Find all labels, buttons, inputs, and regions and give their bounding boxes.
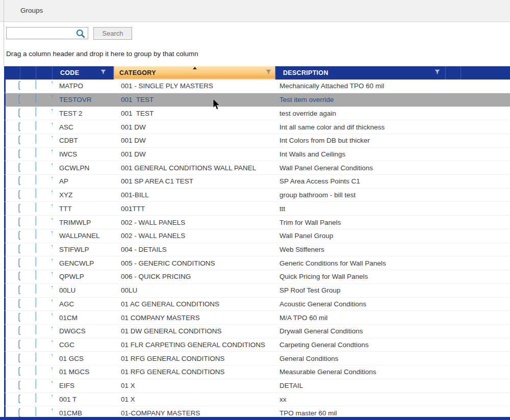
table-row[interactable]: 00LU 00LU SP Roof Test Group xyxy=(4,284,510,298)
table-row[interactable]: GCWLPN 001 GENERAL CONDITIONS WALL PANEL… xyxy=(4,161,510,175)
description-cell[interactable]: Trim for Wall Panels xyxy=(275,219,446,226)
description-cell[interactable]: Drywall General Conditions xyxy=(275,327,446,335)
code-cell[interactable]: AP xyxy=(53,177,114,185)
table-row[interactable]: CGC 01 FLR CARPETING GENERAL CONDITIONS … xyxy=(4,338,510,352)
table-row[interactable]: CDBT 001 DW Int Colors from DB but thick… xyxy=(4,134,510,148)
description-cell[interactable]: M/A TPO 60 mil xyxy=(275,314,446,322)
table-row[interactable]: AGC 01 AC GENERAL CONDITIONS Acoustic Ge… xyxy=(4,298,510,311)
description-cell[interactable]: Carpeting General Condtions xyxy=(275,341,446,349)
category-cell[interactable]: 01 X xyxy=(114,382,275,389)
code-cell[interactable]: MATPO xyxy=(53,82,114,90)
code-cell[interactable]: IWCS xyxy=(53,150,114,158)
category-cell[interactable]: 006 - QUICK PRICING xyxy=(114,273,275,280)
code-cell[interactable]: WALLPANEL xyxy=(53,232,114,240)
description-cell[interactable]: group bathroom - bill test xyxy=(275,191,446,199)
table-row[interactable]: IWCS 001 DW Int Walls and Ceilings xyxy=(4,148,510,162)
table-row[interactable]: EIFS 01 X DETAIL xyxy=(4,379,510,393)
category-cell[interactable]: 01 AC GENERAL CONDITIONS xyxy=(114,300,275,308)
code-cell[interactable]: GENCWLP xyxy=(53,259,114,267)
code-cell[interactable]: 01CM xyxy=(53,314,114,322)
table-row[interactable]: TEST 2 001 TEST test override again xyxy=(4,107,510,120)
column-header-description[interactable]: DESCRIPTION xyxy=(275,66,446,80)
table-row[interactable]: GENCWLP 005 - GENERIC CONDITIONS Generic… xyxy=(4,256,510,270)
code-cell[interactable]: EIFS xyxy=(53,382,114,389)
description-cell[interactable]: General Conditions xyxy=(275,355,446,362)
description-cell[interactable]: Quick Pricing for Wall Panels xyxy=(275,273,446,280)
table-row[interactable]: 01 GCS 01 RFG GENERAL CONDITIONS General… xyxy=(4,352,510,365)
description-cell[interactable]: test override again xyxy=(275,110,446,117)
code-cell[interactable]: AGC xyxy=(53,300,114,308)
table-row[interactable]: 01CM 01 COMPANY MASTERS M/A TPO 60 mil xyxy=(4,311,510,325)
table-row[interactable]: XYZ 001-BILL group bathroom - bill test xyxy=(4,189,510,202)
filter-icon[interactable] xyxy=(266,69,271,76)
column-header-code[interactable]: CODE xyxy=(53,66,114,80)
description-cell[interactable]: SP Area Access Points C1 xyxy=(275,177,446,185)
code-cell[interactable]: GCWLPN xyxy=(53,164,114,172)
category-cell[interactable]: 001 DW xyxy=(114,150,275,158)
code-cell[interactable]: QPWLP xyxy=(53,273,114,280)
category-cell[interactable]: 001 - SINGLE PLY MASTERS xyxy=(114,82,275,90)
description-cell[interactable]: Wall Panel Group xyxy=(275,232,446,240)
description-cell[interactable]: ttt xyxy=(275,205,446,213)
table-row[interactable]: 01 MGCS 01 RFG GENERAL CONDITIONS Measur… xyxy=(4,365,510,379)
table-row[interactable]: WALLPANEL 002 - WALL PANELS Wall Panel G… xyxy=(4,229,510,243)
code-cell[interactable]: DWGCS xyxy=(53,327,114,335)
code-cell[interactable]: XYZ xyxy=(53,191,114,199)
filter-icon[interactable] xyxy=(100,69,106,76)
table-row[interactable]: AP 001 SP AREA C1 TEST SP Area Access Po… xyxy=(4,175,510,189)
description-cell[interactable]: Int all same color and dif thickness xyxy=(275,123,446,131)
category-cell[interactable]: 01 RFG GENERAL CONDITIONS xyxy=(114,368,275,376)
description-cell[interactable]: Web Stiffeners xyxy=(275,246,446,253)
category-cell[interactable]: 001 DW xyxy=(114,137,275,144)
description-cell[interactable]: Mechanically Attached TPO 60 mil xyxy=(275,82,446,90)
code-cell[interactable]: CDBT xyxy=(53,137,114,144)
table-row[interactable]: STIFWLP 004 - DETAILS Web Stiffeners xyxy=(4,243,510,257)
category-cell[interactable]: 01 COMPANY MASTERS xyxy=(114,314,275,322)
category-cell[interactable]: 00LU xyxy=(114,286,275,294)
category-cell[interactable]: 001 TEST xyxy=(114,110,275,117)
table-row[interactable]: QPWLP 006 - QUICK PRICING Quick Pricing … xyxy=(4,270,510,284)
code-cell[interactable]: TEST 2 xyxy=(53,110,114,117)
description-cell[interactable]: Acoustic General Conditions xyxy=(275,300,446,308)
table-row[interactable]: MATPO 001 - SINGLE PLY MASTERS Mechanica… xyxy=(4,80,510,93)
category-cell[interactable]: 001 SP AREA C1 TEST xyxy=(114,177,275,185)
column-header-category[interactable]: CATEGORY xyxy=(114,66,275,80)
code-cell[interactable]: 01 MGCS xyxy=(53,368,114,376)
code-cell[interactable]: 00LU xyxy=(53,286,114,294)
description-cell[interactable]: Generic Conditions for Wall Panels xyxy=(275,259,446,267)
description-cell[interactable]: Int Walls and Ceilings xyxy=(275,150,446,158)
description-cell[interactable]: TPO master 60 mil xyxy=(275,409,446,417)
search-button[interactable]: Search xyxy=(93,27,132,40)
code-cell[interactable]: 001 T xyxy=(53,396,114,403)
description-cell[interactable]: Int Colors from DB but thicker xyxy=(275,137,446,144)
code-cell[interactable]: TRIMWLP xyxy=(53,219,114,226)
code-cell[interactable]: 01CMB xyxy=(53,409,114,417)
table-row[interactable]: ASC 001 DW Int all same color and dif th… xyxy=(4,120,510,134)
code-cell[interactable]: TESTOVR xyxy=(53,96,114,103)
table-row[interactable]: TESTOVR 001 TEST Test item override xyxy=(4,93,510,107)
code-cell[interactable]: TTT xyxy=(53,205,114,213)
category-cell[interactable]: 01 DW GENERAL CONDITIONS xyxy=(114,327,275,335)
code-cell[interactable]: CGC xyxy=(53,341,114,349)
category-cell[interactable]: 004 - DETAILS xyxy=(114,246,275,253)
category-cell[interactable]: 001 TEST xyxy=(114,96,275,103)
filter-icon[interactable] xyxy=(435,69,440,76)
description-cell[interactable]: Test item override xyxy=(275,96,446,103)
category-cell[interactable]: 002 - WALL PANELS xyxy=(114,232,275,240)
table-row[interactable]: DWGCS 01 DW GENERAL CONDITIONS Drywall G… xyxy=(4,325,510,338)
code-cell[interactable]: 01 GCS xyxy=(53,355,114,362)
description-cell[interactable]: Wall Panel General Conditions xyxy=(275,164,446,172)
category-cell[interactable]: 001 GENERAL CONDITIONS WALL PANEL xyxy=(114,164,275,172)
description-cell[interactable]: DETAIL xyxy=(275,382,446,389)
table-row[interactable]: TTT 001TTT ttt xyxy=(4,202,510,216)
category-cell[interactable]: 01 FLR CARPETING GENERAL CONDITIONS xyxy=(114,341,275,349)
category-cell[interactable]: 001 DW xyxy=(114,123,275,131)
code-cell[interactable]: ASC xyxy=(53,123,114,131)
table-row[interactable]: 001 T 01 X xx xyxy=(4,393,510,407)
code-cell[interactable]: STIFWLP xyxy=(53,246,114,253)
search-input[interactable] xyxy=(9,28,77,39)
category-cell[interactable]: 01-COMPANY MASTERS xyxy=(114,409,275,417)
category-cell[interactable]: 001-BILL xyxy=(114,191,275,199)
category-cell[interactable]: 01 RFG GENERAL CONDITIONS xyxy=(114,355,275,362)
category-cell[interactable]: 002 - WALL PANELS xyxy=(114,219,275,226)
